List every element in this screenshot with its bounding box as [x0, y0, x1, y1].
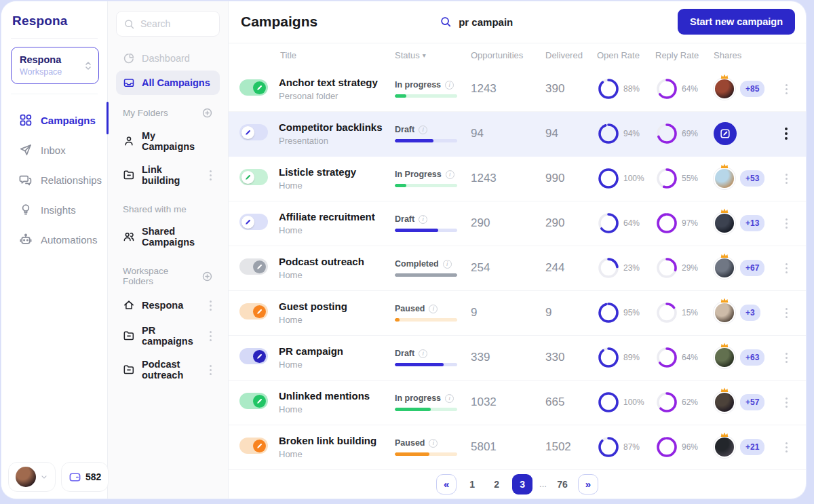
folder-item-shared-campaigns[interactable]: Shared Campaigns [116, 220, 220, 254]
edit-share-button[interactable] [714, 122, 737, 145]
add-folder-icon[interactable] [201, 107, 213, 119]
panel-item-all-campaigns[interactable]: All Campaigns [116, 71, 220, 95]
start-new-campaign-button[interactable]: Start new campaign [678, 9, 795, 35]
folder-item-link-building[interactable]: Link building [116, 158, 220, 192]
sidebar-item-campaigns[interactable]: Campaigns [1, 105, 107, 135]
campaign-toggle[interactable] [239, 258, 268, 275]
status-info-icon[interactable]: i [419, 125, 427, 134]
campaign-toggle[interactable] [239, 438, 268, 454]
sidebar-item-inbox[interactable]: Inbox [1, 135, 107, 165]
column-reply-rate: Reply Rate [655, 50, 714, 60]
row-menu-button[interactable] [784, 440, 789, 454]
folder-menu-button[interactable] [208, 328, 213, 343]
sidebar-item-insights[interactable]: Insights [1, 195, 107, 225]
shares-count-badge[interactable]: +21 [740, 439, 764, 455]
workspace-label: Workspace [20, 67, 62, 77]
campaign-search[interactable] [440, 16, 608, 28]
row-menu-button[interactable] [784, 395, 789, 410]
pen-icon [241, 171, 254, 184]
folder-item-podcast-outreach[interactable]: Podcast outreach [116, 353, 220, 387]
campaign-row[interactable]: Podcast outreachHomeCompletedi25424423%2… [229, 246, 806, 291]
pagination-next-button[interactable]: » [578, 474, 598, 495]
folder-item-respona[interactable]: Respona [116, 292, 220, 319]
status-info-icon[interactable]: i [429, 305, 438, 313]
status-info-icon[interactable]: i [429, 439, 438, 448]
shares-count-badge[interactable]: +13 [740, 215, 764, 231]
column-status[interactable]: Status▾ [395, 50, 471, 60]
row-menu-button[interactable] [784, 305, 789, 320]
campaign-row[interactable]: Broken link buildingHomePausedi580115028… [229, 425, 806, 470]
crown-icon [720, 431, 729, 438]
pagination-page-2[interactable]: 2 [488, 475, 505, 494]
campaign-row[interactable]: Competitor backlinksPresentationDrafti94… [229, 112, 806, 157]
user-menu[interactable] [8, 462, 56, 492]
status-label: In progress [395, 393, 441, 403]
campaign-toggle[interactable] [239, 393, 268, 409]
pagination-page-1[interactable]: 1 [463, 475, 481, 494]
campaign-title: Affiliate recruitment [279, 211, 395, 222]
wallet-icon [69, 471, 81, 484]
reply-rate-value: 97% [682, 218, 698, 228]
campaign-toggle[interactable] [239, 124, 268, 140]
shares-cell: +63 [714, 347, 776, 368]
pagination-page-last[interactable]: 76 [554, 475, 571, 494]
shares-count-badge[interactable]: +57 [740, 394, 764, 410]
row-menu-button[interactable] [784, 81, 789, 96]
folder-menu-button[interactable] [208, 298, 213, 313]
row-menu-button[interactable] [783, 125, 789, 142]
shares-count-badge[interactable]: +85 [740, 81, 764, 97]
sidebar-search[interactable] [116, 11, 220, 37]
row-menu-button[interactable] [784, 260, 789, 275]
campaign-toggle[interactable] [239, 303, 268, 319]
campaign-row[interactable]: Anchor text strategyPersonal folderIn pr… [229, 67, 806, 112]
home-icon [123, 299, 135, 311]
sidebar-item-automations[interactable]: Automations [1, 225, 107, 254]
sidebar-item-relationships[interactable]: Relationships [1, 165, 107, 195]
section-header-workspace-folders: Workspace Folders [123, 266, 213, 286]
campaign-toggle[interactable] [239, 214, 268, 230]
row-menu-button[interactable] [784, 171, 789, 186]
row-menu-button[interactable] [784, 350, 789, 365]
owner-avatar [714, 347, 735, 368]
sidebar-search-input[interactable] [140, 18, 212, 29]
shares-count-badge[interactable]: +67 [740, 260, 764, 276]
campaign-row[interactable]: PR campaignHomeDrafti33933089%64%+63 [229, 336, 806, 381]
primary-nav: CampaignsInboxRelationshipsInsightsAutom… [1, 105, 107, 254]
reply-rate-ring: 97% [655, 212, 714, 235]
campaign-title: Listicle strategy [279, 166, 395, 178]
crown-icon [720, 208, 729, 214]
pen-icon [253, 440, 266, 452]
add-folder-icon[interactable] [201, 271, 213, 282]
folder-menu-button[interactable] [208, 168, 213, 182]
campaign-row[interactable]: Listicle strategyHomeIn Progressi1243990… [229, 157, 806, 201]
campaign-folder: Personal folder [279, 91, 395, 101]
shares-count-badge[interactable]: +3 [740, 305, 760, 321]
folder-item-pr-campaigns[interactable]: PR campaigns [116, 319, 220, 353]
campaign-toggle[interactable] [239, 79, 268, 96]
campaign-row[interactable]: Guest postingHomePausedi9995%15%+3 [229, 291, 806, 336]
status-info-icon[interactable]: i [446, 170, 454, 179]
shares-count-badge[interactable]: +53 [740, 170, 764, 187]
folder-item-my-campaigns[interactable]: My Campaigns [116, 124, 220, 158]
shares-cell: +21 [714, 436, 776, 458]
status-info-icon[interactable]: i [443, 260, 452, 269]
campaign-toggle[interactable] [239, 348, 268, 364]
credits-badge[interactable]: 582 [61, 462, 109, 492]
panel-item-dashboard[interactable]: Dashboard [116, 46, 220, 71]
row-menu-button[interactable] [784, 216, 789, 231]
status-label: Completed [395, 259, 439, 269]
pagination-prev-button[interactable]: « [436, 474, 457, 495]
status-info-icon[interactable]: i [419, 349, 427, 358]
pagination-page-3-active[interactable]: 3 [512, 474, 532, 495]
campaign-search-input[interactable] [459, 16, 608, 28]
status-info-icon[interactable]: i [445, 81, 454, 90]
opportunities-value: 1243 [471, 172, 545, 185]
campaign-row[interactable]: Unlinked mentionsHomeIn progressi1032665… [229, 381, 806, 425]
shares-count-badge[interactable]: +63 [740, 349, 764, 366]
folder-menu-button[interactable] [208, 362, 213, 377]
campaign-toggle[interactable] [239, 169, 268, 185]
campaign-row[interactable]: Affiliate recruitmentHomeDrafti29029064%… [229, 201, 806, 246]
workspace-selector[interactable]: Respona Workspace [11, 47, 99, 84]
status-info-icon[interactable]: i [419, 215, 427, 224]
status-info-icon[interactable]: i [445, 394, 454, 403]
